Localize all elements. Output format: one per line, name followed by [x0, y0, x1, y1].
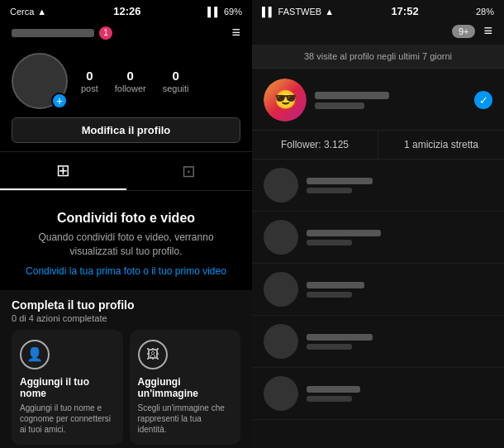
profile-section: + 0 post 0 follower 0 seguiti — [0, 46, 252, 117]
fr-sub-blurred — [307, 292, 352, 298]
fr-info — [307, 178, 492, 193]
fr-info — [307, 334, 492, 350]
fr-avatar — [264, 272, 298, 307]
username-bar: 1 — [12, 26, 112, 40]
fr-info — [307, 282, 492, 298]
right-panel: ▌▌ FASTWEB ▲ 17:52 28% 9+ ≡ 38 visite al… — [252, 0, 504, 448]
card-add-image-title: Aggiungi un'immagine — [138, 376, 233, 399]
follower-list — [252, 160, 504, 448]
status-right: ▌▌ 69% — [207, 7, 242, 17]
add-avatar-button[interactable]: + — [51, 93, 68, 109]
close-friends-stat: 1 amicizia stretta — [378, 131, 504, 159]
fp-sub-blurred — [315, 102, 364, 109]
fp-avatar-image: 😎 — [264, 79, 307, 122]
visits-bar: 38 visite al profilo negli ultimi 7 gior… — [252, 45, 504, 69]
share-link[interactable]: Condividi la tua prima foto o il tuo pri… — [17, 265, 235, 277]
complete-subtitle: 0 di 4 azioni completate — [12, 313, 240, 323]
grid-icon: ⊞ — [56, 160, 70, 180]
right-hamburger-icon[interactable]: ≡ — [483, 22, 492, 40]
follower-stats: Follower: 3.125 1 amicizia stretta — [252, 131, 504, 160]
follow-request-badge[interactable]: 9+ — [452, 25, 476, 38]
fr-info — [307, 386, 492, 402]
status-left: Cerca ▲ — [10, 7, 46, 17]
fr-sub-blurred — [307, 396, 352, 402]
fr-name-blurred — [307, 334, 373, 341]
left-panel: Cerca ▲ 12:26 ▌▌ 69% 1 ≡ + 0 post 0 — [0, 0, 252, 448]
fr-name-blurred — [307, 230, 381, 236]
fr-sub-blurred — [307, 188, 352, 193]
fr-info — [307, 230, 492, 245]
right-wifi-icon: ▲ — [325, 7, 334, 17]
follower-row[interactable] — [252, 212, 504, 264]
complete-section: Completa il tuo profilo 0 di 4 azioni co… — [0, 290, 252, 448]
fp-info — [315, 92, 466, 109]
follower-profile: 😎 ✓ — [252, 69, 504, 131]
left-status-bar: Cerca ▲ 12:26 ▌▌ 69% — [0, 0, 252, 21]
right-top-bar: 9+ ≡ — [252, 21, 504, 45]
left-top-bar: 1 ≡ — [0, 21, 252, 46]
share-desc: Quando condividi foto e video, verranno … — [17, 231, 235, 259]
share-section: Condividi foto e video Quando condividi … — [0, 191, 252, 290]
fr-avatar — [264, 376, 298, 411]
hamburger-icon[interactable]: ≡ — [231, 24, 240, 41]
signal-icon: ▌▌ — [207, 7, 221, 17]
seguiti-count: 0 — [172, 69, 178, 83]
fp-name-blurred — [315, 92, 389, 99]
right-signal-icon: ▌▌ — [262, 7, 275, 17]
fr-name-blurred — [307, 178, 373, 184]
tab-tag[interactable]: ⊡ — [126, 152, 253, 190]
fr-name-blurred — [307, 282, 364, 288]
follower-row[interactable] — [252, 160, 504, 212]
seguiti-label: seguiti — [163, 83, 189, 93]
fr-sub-blurred — [307, 344, 352, 350]
battery-label: 69% — [224, 7, 242, 17]
follower-count: 0 — [127, 69, 134, 83]
stat-follower: 0 follower — [115, 69, 146, 93]
right-status-bar: ▌▌ FASTWEB ▲ 17:52 28% — [252, 0, 504, 21]
card-add-name-desc: Aggiungi il tuo nome e cognome per conne… — [20, 403, 115, 435]
fr-name-blurred — [307, 386, 360, 393]
tabs-row: ⊞ ⊡ — [0, 151, 252, 191]
follower-row[interactable] — [252, 368, 504, 420]
follower-count-stat: Follower: 3.125 — [252, 131, 378, 159]
follower-row[interactable] — [252, 264, 504, 316]
fr-avatar — [264, 168, 298, 203]
verified-icon: ✓ — [474, 91, 492, 109]
right-carrier: FASTWEB — [278, 7, 322, 17]
right-time: 17:52 — [391, 5, 418, 17]
stat-seguiti: 0 seguiti — [163, 69, 189, 93]
search-label: Cerca — [10, 7, 34, 17]
fp-avatar-wrapper: 😎 — [264, 79, 307, 122]
add-image-icon: 🖼 — [138, 340, 168, 369]
card-add-image[interactable]: 🖼 Aggiungi un'immagine Scegli un'immagin… — [130, 330, 241, 445]
complete-title: Completa il tuo profilo — [12, 298, 240, 312]
left-time: 12:26 — [113, 5, 140, 17]
stats-row: 0 post 0 follower 0 seguiti — [81, 69, 189, 93]
card-add-name-title: Aggiungi il tuo nome — [20, 376, 115, 399]
fr-sub-blurred — [307, 240, 352, 245]
share-title: Condividi foto e video — [17, 211, 235, 226]
add-name-icon: 👤 — [20, 340, 50, 369]
edit-profile-button[interactable]: Modifica il profilo — [12, 117, 240, 143]
post-count: 0 — [86, 69, 93, 83]
notification-badge[interactable]: 1 — [99, 26, 112, 40]
follower-row[interactable] — [252, 316, 504, 368]
tag-icon: ⊡ — [182, 161, 196, 181]
card-add-name[interactable]: 👤 Aggiungi il tuo nome Aggiungi il tuo n… — [12, 330, 123, 445]
avatar-wrapper: + — [12, 53, 68, 109]
stat-post: 0 post — [81, 69, 98, 93]
fr-avatar — [264, 220, 298, 255]
fr-avatar — [264, 324, 298, 359]
follower-label: follower — [115, 83, 146, 93]
tab-grid[interactable]: ⊞ — [0, 152, 126, 190]
wifi-icon: ▲ — [37, 7, 46, 17]
username-placeholder — [12, 29, 94, 37]
card-add-image-desc: Scegli un'immagine che rappresenti la tu… — [138, 403, 233, 435]
post-label: post — [81, 83, 98, 93]
complete-cards: 👤 Aggiungi il tuo nome Aggiungi il tuo n… — [12, 330, 240, 445]
right-battery-label: 28% — [476, 7, 494, 17]
